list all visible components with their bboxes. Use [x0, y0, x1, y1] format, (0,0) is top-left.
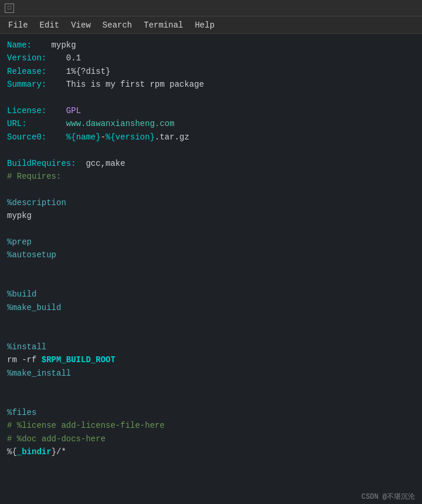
line-empty-4	[7, 222, 415, 235]
line-empty-2	[7, 144, 415, 156]
line-prep: %prep	[7, 236, 415, 248]
menu-edit[interactable]: Edit	[34, 18, 66, 32]
line-license-comment: # %license add-license-file-here	[7, 419, 415, 432]
line-empty-10	[7, 393, 415, 406]
line-license: License: GPL	[7, 104, 415, 117]
line-empty-11	[7, 459, 415, 472]
line-rm-rf: rm -rf $RPM_BUILD_ROOT	[7, 353, 415, 366]
line-empty-6	[7, 275, 415, 288]
line-release: Release: 1%{?dist}	[7, 65, 415, 78]
menu-view[interactable]: View	[65, 18, 97, 32]
line-changelog: %changelog	[7, 485, 415, 486]
line-files: %files	[7, 406, 415, 419]
menu-help[interactable]: Help	[189, 18, 220, 32]
line-source0: Source0: %{name} - %{version} .tar.gz	[7, 131, 415, 144]
line-requires-comment: # Requires:	[7, 170, 415, 183]
status-bar: CSDN @不堪沉沦	[355, 489, 422, 504]
line-make-install: %make_install	[7, 367, 415, 380]
line-url: URL: www.dawanxiansheng.com	[7, 117, 415, 130]
line-install: %install	[7, 340, 415, 353]
line-autosetup: %autosetup	[7, 248, 415, 261]
line-build: %build	[7, 288, 415, 301]
status-text: CSDN @不堪沉沦	[362, 493, 415, 501]
line-version: Version: 0.1	[7, 52, 415, 64]
line-empty-5	[7, 262, 415, 275]
line-empty-9	[7, 380, 415, 393]
line-summary: Summary: This is my first rpm package	[7, 78, 415, 91]
line-doc-comment: # %doc add-docs-here	[7, 433, 415, 445]
menu-bar: File Edit View Search Terminal Help	[0, 16, 422, 34]
line-buildrequires: BuildRequires: gcc,make	[7, 157, 415, 170]
editor-area: Name: mypkg Version: 0.1 Release: 1%{?di…	[0, 34, 422, 486]
menu-search[interactable]: Search	[97, 18, 138, 32]
line-mypkg: mypkg	[7, 209, 415, 222]
line-empty-3	[7, 183, 415, 196]
line-empty-7	[7, 314, 415, 327]
line-make-build: %make_build	[7, 301, 415, 314]
line-name: Name: mypkg	[7, 39, 415, 52]
title-bar: □	[0, 0, 422, 16]
line-bindir: %{ _bindir }/*	[7, 445, 415, 458]
line-empty-12	[7, 472, 415, 485]
window-icon: □	[5, 4, 14, 13]
line-empty-1	[7, 91, 415, 104]
menu-terminal[interactable]: Terminal	[138, 18, 189, 32]
line-description: %description	[7, 196, 415, 209]
menu-file[interactable]: File	[2, 18, 34, 32]
line-empty-8	[7, 328, 415, 340]
